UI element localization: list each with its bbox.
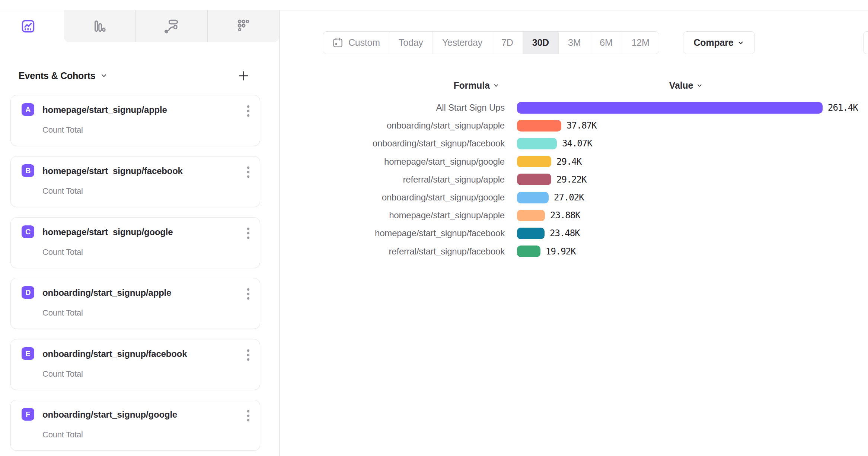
bar-homepage-apple[interactable] <box>517 210 545 221</box>
event-card-c[interactable]: C homepage/start_signup/google Count Tot… <box>10 217 260 268</box>
series-badge: E <box>22 347 34 360</box>
event-metric[interactable]: Count Total <box>42 308 83 318</box>
event-metric[interactable]: Count Total <box>42 125 83 135</box>
row-label: onboarding/start_signup/facebook <box>334 138 505 149</box>
event-name: onboarding/start_signup/apple <box>42 288 171 298</box>
bar-referral-facebook[interactable] <box>517 246 540 257</box>
bar-value: 19.92K <box>546 246 576 257</box>
tab-bar-chart[interactable] <box>64 10 135 42</box>
tab-insights-line[interactable] <box>0 10 64 42</box>
row-label: referral/start_signup/facebook <box>334 246 505 257</box>
chevron-down-icon <box>696 82 703 89</box>
chart-row: onboarding/start_signup/facebook 34.07K <box>334 134 868 152</box>
chart-row: homepage/start_signup/google 29.4K <box>334 153 868 171</box>
kebab-menu-icon[interactable] <box>244 285 252 303</box>
event-card-a[interactable]: A homepage/start_signup/apple Count Tota… <box>10 95 260 146</box>
kebab-menu-icon[interactable] <box>244 407 252 424</box>
date-range-30d-selected[interactable]: 30D <box>523 32 558 54</box>
bar-onboarding-google[interactable] <box>517 192 549 203</box>
formula-header-label: Formula <box>453 80 489 91</box>
series-badge: D <box>22 286 34 299</box>
event-card-b[interactable]: B homepage/start_signup/facebook Count T… <box>10 156 260 207</box>
tab-retention[interactable] <box>207 10 279 42</box>
bar-value: 27.02K <box>554 192 584 203</box>
row-label: homepage/start_signup/google <box>334 156 505 167</box>
bar-value: 37.87K <box>567 120 597 131</box>
date-range-6m[interactable]: 6M <box>590 32 622 54</box>
chart-row: All Start Sign Ups 261.4K <box>334 99 868 117</box>
value-header-label: Value <box>669 80 693 91</box>
date-range-label: Yesterday <box>442 37 482 48</box>
bar-value: 23.48K <box>550 228 580 238</box>
bar-chart: Formula Value All Start Sign Ups 261.4K … <box>334 76 868 260</box>
chart-row: homepage/start_signup/facebook 23.48K <box>334 224 868 242</box>
bar-value: 29.4K <box>556 156 581 167</box>
date-range-label: 12M <box>632 37 650 48</box>
chart-type-tabstrip <box>64 10 279 42</box>
compare-label: Compare <box>694 37 734 48</box>
date-range-3m[interactable]: 3M <box>558 32 590 54</box>
bar-all-start-sign-ups[interactable] <box>517 102 823 114</box>
bar-chart-icon <box>92 18 108 34</box>
bar-value: 23.88K <box>550 210 580 221</box>
event-card-f[interactable]: F onboarding/start_signup/google Count T… <box>10 400 260 451</box>
chart-row: onboarding/start_signup/apple 37.87K <box>334 117 868 134</box>
event-metric[interactable]: Count Total <box>42 247 83 257</box>
line-chart-icon <box>20 19 36 34</box>
formula-header-dropdown[interactable]: Formula <box>453 80 499 91</box>
kebab-menu-icon[interactable] <box>244 164 252 181</box>
bar-value: 34.07K <box>562 138 592 149</box>
series-badge: B <box>22 164 34 177</box>
date-range-12m[interactable]: 12M <box>622 32 659 54</box>
bar-onboarding-apple[interactable] <box>517 120 561 132</box>
kebab-menu-icon[interactable] <box>244 102 252 120</box>
date-range-label: 6M <box>600 37 612 48</box>
row-label: onboarding/start_signup/google <box>334 192 505 203</box>
chevron-down-icon[interactable] <box>100 72 108 79</box>
event-name: homepage/start_signup/facebook <box>42 166 183 176</box>
kebab-menu-icon[interactable] <box>244 346 252 364</box>
event-name: homepage/start_signup/apple <box>42 105 167 115</box>
event-card-e[interactable]: E onboarding/start_signup/facebook Count… <box>10 339 260 390</box>
date-range-custom[interactable]: Custom <box>323 32 389 54</box>
sidebar-header: Events & Cohorts <box>19 69 249 82</box>
bar-value: 29.22K <box>556 174 587 185</box>
row-label: referral/start_signup/apple <box>334 174 505 185</box>
value-header-dropdown[interactable]: Value <box>669 80 703 91</box>
calendar-icon <box>332 37 344 48</box>
series-badge: C <box>22 225 34 238</box>
event-name: onboarding/start_signup/google <box>42 409 177 420</box>
event-metric[interactable]: Count Total <box>42 186 83 196</box>
kebab-menu-icon[interactable] <box>244 225 252 242</box>
chevron-down-icon <box>737 39 744 46</box>
date-range-label: Today <box>399 37 423 48</box>
row-label: All Start Sign Ups <box>334 102 505 113</box>
series-badge: A <box>22 103 34 116</box>
chart-row: homepage/start_signup/apple 23.88K <box>334 206 868 224</box>
insights-report-page: { "tabs": { "items": [ { "icon": "line-c… <box>0 0 868 456</box>
series-badge: F <box>22 408 34 421</box>
event-metric[interactable]: Count Total <box>42 369 83 379</box>
compare-button[interactable]: Compare <box>683 31 755 54</box>
bar-value: 261.4K <box>828 102 858 113</box>
date-range-7d[interactable]: 7D <box>492 32 523 54</box>
event-card-d[interactable]: D onboarding/start_signup/apple Count To… <box>10 278 260 329</box>
bar-homepage-facebook[interactable] <box>517 228 545 239</box>
row-label: homepage/start_signup/apple <box>334 210 505 221</box>
date-range-label: 7D <box>501 37 513 48</box>
cutoff-button[interactable] <box>863 31 868 54</box>
flows-icon <box>163 18 180 35</box>
tab-flows[interactable] <box>135 10 207 42</box>
add-event-button[interactable] <box>238 70 249 82</box>
event-metric[interactable]: Count Total <box>42 430 83 440</box>
chart-row: referral/start_signup/facebook 19.92K <box>334 243 868 260</box>
bar-onboarding-facebook[interactable] <box>517 138 557 149</box>
chart-row: onboarding/start_signup/google 27.02K <box>334 189 868 206</box>
date-range-label: 30D <box>532 37 549 48</box>
date-range-today[interactable]: Today <box>389 32 433 54</box>
chart-header-row: Formula Value <box>334 76 868 99</box>
bar-referral-apple[interactable] <box>517 174 551 185</box>
date-range-yesterday[interactable]: Yesterday <box>433 32 492 54</box>
sidebar-divider <box>279 10 280 456</box>
bar-homepage-google[interactable] <box>517 156 551 167</box>
